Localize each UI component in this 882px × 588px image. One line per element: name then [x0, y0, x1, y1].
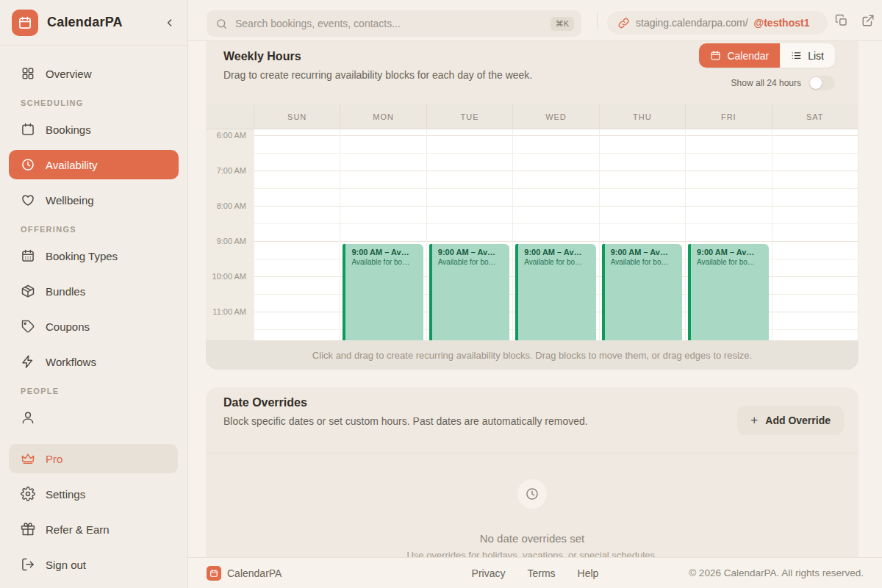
- date-overrides-header: Date Overrides Block specific dates or s…: [206, 387, 858, 453]
- open-external-button[interactable]: [861, 14, 875, 27]
- search-shortcut-badge: ⌘K: [551, 17, 574, 31]
- calendar-icon: [209, 569, 218, 578]
- search-input[interactable]: [235, 18, 551, 29]
- copy-icon: [835, 14, 848, 27]
- day-column-sat[interactable]: [772, 129, 858, 340]
- calendar-grid[interactable]: 6:00 AM 7:00 AM 8:00 AM 9:00 AM 10:00 AM…: [207, 129, 858, 340]
- overrides-empty-state: No date overrides set Use overrides for …: [206, 453, 858, 557]
- sidebar-item-label: Booking Types: [46, 250, 118, 262]
- sidebar: CalendarPA Overview SCHEDULING Bookings …: [0, 0, 188, 588]
- copy-link-button[interactable]: [835, 14, 848, 27]
- day-header-thu: THU: [599, 104, 685, 129]
- day-header-gutter: [207, 104, 254, 129]
- sidebar-item-bookings[interactable]: Bookings: [9, 115, 179, 144]
- sidebar-item-pro[interactable]: Pro: [9, 444, 178, 473]
- time-label: 8:00 AM: [217, 201, 246, 210]
- footer-logo: [207, 566, 221, 581]
- day-column-mon[interactable]: 9:00 AM – Av… Available for bo…: [340, 129, 426, 340]
- sidebar-item-booking-types[interactable]: Booking Types: [9, 241, 179, 270]
- sidebar-item-label: Bookings: [46, 123, 91, 136]
- footer-link-help[interactable]: Help: [578, 567, 599, 579]
- footer-links: Privacy Terms Help: [401, 567, 669, 579]
- day-column-sun[interactable]: [254, 129, 340, 340]
- sidebar-item-coupons[interactable]: Coupons: [9, 312, 179, 341]
- calendar-icon: [21, 122, 35, 137]
- sidebar-item-bundles[interactable]: Bundles: [9, 276, 179, 306]
- app-title: CalendarPA: [47, 15, 123, 30]
- event-subtitle: Available for bo…: [351, 258, 417, 266]
- gift-icon: [21, 522, 35, 537]
- sidebar-item-label: Refer & Earn: [46, 523, 110, 536]
- search-icon: [215, 18, 228, 30]
- sidebar-item-contacts-partial[interactable]: [9, 403, 179, 432]
- sidebar-section-scheduling: SCHEDULING: [21, 98, 167, 107]
- toggle-knob: [810, 77, 822, 89]
- availability-block-thu[interactable]: 9:00 AM – Av… Available for bo…: [602, 244, 682, 340]
- show-all-hours-toggle[interactable]: [808, 76, 835, 90]
- sidebar-item-label: Overview: [46, 68, 92, 80]
- sidebar-item-label: Settings: [46, 488, 85, 501]
- view-toggle-calendar[interactable]: Calendar: [699, 43, 780, 68]
- day-header-sun: SUN: [254, 104, 340, 129]
- availability-block-mon[interactable]: 9:00 AM – Av… Available for bo…: [343, 244, 423, 340]
- sidebar-item-overview[interactable]: Overview: [9, 59, 179, 88]
- chevron-left-icon: [164, 17, 176, 29]
- footer-link-privacy[interactable]: Privacy: [472, 567, 506, 579]
- sidebar-section-people: PEOPLE: [21, 387, 167, 395]
- date-overrides-card: Date Overrides Block specific dates or s…: [206, 387, 858, 557]
- empty-state-badge: [517, 479, 547, 509]
- day-column-wed[interactable]: 9:00 AM – Av… Available for bo…: [512, 129, 598, 340]
- day-column-fri[interactable]: 9:00 AM – Av… Available for bo…: [685, 129, 771, 340]
- days-area[interactable]: 9:00 AM – Av… Available for bo… 9:00 AM …: [254, 129, 858, 340]
- sidebar-item-wellbeing[interactable]: Wellbeing: [9, 185, 179, 215]
- availability-block-fri[interactable]: 9:00 AM – Av… Available for bo…: [688, 244, 768, 340]
- add-override-button[interactable]: + Add Override: [737, 406, 844, 435]
- day-header-tue: TUE: [426, 104, 512, 129]
- day-header-sat: SAT: [772, 104, 858, 129]
- event-title: 9:00 AM – Av…: [697, 248, 762, 257]
- clock-icon: [21, 157, 35, 172]
- sidebar-bottom-group: Pro Settings Refer & Earn Sign out: [0, 435, 187, 588]
- sidebar-collapse-button[interactable]: [164, 17, 176, 29]
- footer-brand: CalendarPA: [227, 567, 282, 579]
- day-header-mon: MON: [340, 104, 426, 129]
- sidebar-item-sign-out[interactable]: Sign out: [9, 550, 178, 579]
- event-title: 9:00 AM – Av…: [524, 248, 589, 257]
- app-logo: [12, 10, 38, 36]
- topbar-divider: [597, 12, 598, 29]
- gear-icon: [21, 487, 35, 501]
- time-label: 9:00 AM: [217, 237, 246, 245]
- weekly-hours-card: Weekly Hours Drag to create recurring av…: [206, 41, 858, 370]
- event-subtitle: Available for bo…: [438, 258, 503, 266]
- calendar-dots-icon: [21, 248, 35, 263]
- booking-url-pill[interactable]: staging.calendarpa.com/ @testhost1: [607, 11, 828, 35]
- calendar-icon: [710, 50, 721, 61]
- availability-block-tue[interactable]: 9:00 AM – Av… Available for bo…: [429, 244, 509, 340]
- external-link-icon: [861, 14, 875, 27]
- package-icon: [21, 284, 35, 298]
- empty-state-subtitle: Use overrides for holidays, vacations, o…: [206, 550, 858, 557]
- sidebar-item-settings[interactable]: Settings: [9, 479, 178, 509]
- sidebar-item-workflows[interactable]: Workflows: [9, 347, 179, 376]
- zap-icon: [21, 354, 35, 369]
- date-overrides-title: Date Overrides: [223, 396, 307, 409]
- sidebar-item-label: Sign out: [46, 559, 86, 571]
- show-all-hours-row: Show all 24 hours: [731, 76, 835, 90]
- footer-link-terms[interactable]: Terms: [527, 567, 555, 579]
- view-toggle-list-label: List: [808, 50, 824, 62]
- sidebar-item-label: Wellbeing: [46, 194, 94, 207]
- day-column-tue[interactable]: 9:00 AM – Av… Available for bo…: [426, 129, 512, 340]
- day-column-thu[interactable]: 9:00 AM – Av… Available for bo…: [599, 129, 685, 340]
- time-label: 11:00 AM: [212, 307, 246, 316]
- person-icon: [21, 410, 35, 425]
- plus-icon: +: [750, 413, 758, 428]
- sidebar-item-refer-earn[interactable]: Refer & Earn: [9, 514, 178, 544]
- event-title: 9:00 AM – Av…: [438, 248, 503, 257]
- sidebar-nav: Overview SCHEDULING Bookings Availabilit…: [0, 46, 187, 432]
- calendar-day-header: SUN MON TUE WED THU FRI SAT: [207, 104, 858, 129]
- view-toggle-list[interactable]: List: [780, 43, 835, 68]
- date-overrides-subtitle: Block specific dates or set custom hours…: [223, 415, 588, 427]
- global-search[interactable]: ⌘K: [207, 10, 581, 37]
- sidebar-item-availability[interactable]: Availability: [9, 150, 179, 179]
- availability-block-wed[interactable]: 9:00 AM – Av… Available for bo…: [515, 244, 595, 340]
